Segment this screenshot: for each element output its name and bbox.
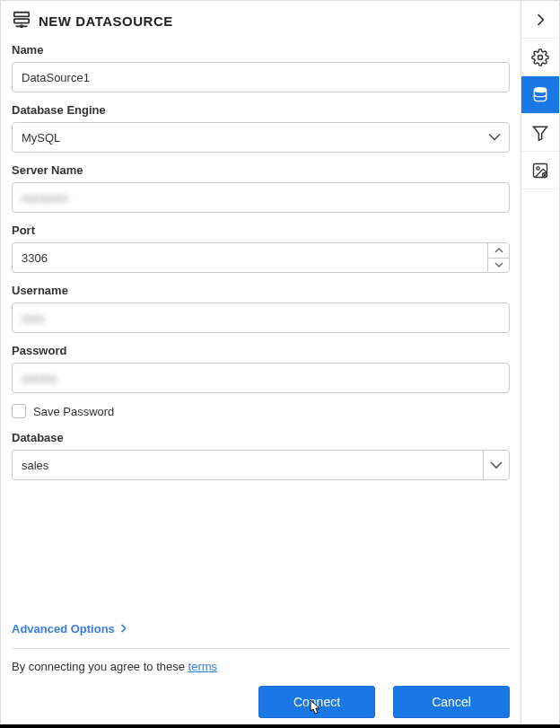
username-input[interactable]: xxxx	[12, 303, 510, 333]
username-label: Username	[12, 284, 510, 297]
new-datasource-panel: NEW DATASOURCE Name Database Engine Serv…	[1, 1, 521, 727]
advanced-options-toggle[interactable]: Advanced Options	[12, 622, 510, 636]
password-input[interactable]: xxxxxx	[12, 363, 510, 393]
engine-select[interactable]	[12, 122, 510, 153]
database-label: Database	[12, 431, 510, 444]
svg-rect-0	[14, 13, 30, 17]
terms-link[interactable]: terms	[188, 660, 218, 673]
port-step-down[interactable]	[488, 259, 509, 273]
port-input[interactable]	[12, 242, 487, 273]
engine-label: Database Engine	[12, 103, 510, 117]
svg-point-5	[534, 87, 546, 92]
side-rail	[521, 1, 559, 727]
database-dropdown-button[interactable]	[483, 450, 510, 480]
svg-point-9	[543, 172, 547, 177]
name-input[interactable]	[12, 62, 510, 92]
save-password-checkbox[interactable]	[12, 404, 26, 418]
database-input[interactable]	[12, 450, 483, 480]
svg-rect-1	[14, 19, 30, 23]
port-label: Port	[12, 224, 510, 237]
name-label: Name	[12, 43, 510, 57]
server-input[interactable]: xxxxxxxx	[12, 182, 510, 213]
cancel-button[interactable]: Cancel	[393, 686, 510, 718]
bottom-bar	[0, 724, 560, 728]
chevron-right-icon	[120, 622, 127, 636]
datasource-icon	[12, 10, 31, 32]
panel-header: NEW DATASOURCE	[12, 10, 510, 32]
panel-title: NEW DATASOURCE	[39, 13, 173, 29]
svg-point-3	[21, 25, 22, 27]
advanced-options-label: Advanced Options	[12, 622, 115, 636]
divider	[12, 648, 510, 649]
server-label: Server Name	[12, 163, 510, 177]
port-step-up[interactable]	[488, 243, 509, 259]
rail-filter-button[interactable]	[521, 114, 559, 152]
rail-image-settings-button[interactable]	[521, 152, 559, 189]
rail-settings-button[interactable]	[521, 39, 559, 76]
svg-point-8	[537, 166, 539, 169]
save-password-label: Save Password	[33, 405, 114, 418]
svg-point-4	[538, 55, 543, 59]
rail-expand-button[interactable]	[521, 1, 559, 39]
agree-text: By connecting you agree to these terms	[12, 660, 510, 673]
rail-datasource-button[interactable]	[521, 76, 559, 114]
password-label: Password	[12, 344, 510, 357]
connect-button[interactable]: Connect	[258, 686, 375, 718]
svg-marker-6	[534, 127, 547, 140]
port-spinner	[487, 242, 510, 273]
